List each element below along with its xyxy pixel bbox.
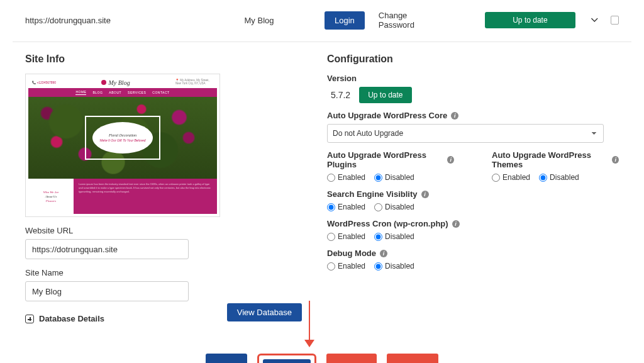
database-details-toggle[interactable]: Database Details [39,314,104,323]
annotation-arrow [303,301,316,349]
themes-disabled-radio[interactable]: Disabled [539,173,579,182]
cron-disabled-radio[interactable]: Disabled [374,232,414,241]
info-icon[interactable]: i [421,191,429,198]
thumb-phone-icon: 📞 +1234567890 [32,81,56,84]
thumb-nav-item: ABOUT [109,91,121,94]
configuration-heading: Configuration [327,53,619,65]
site-name-label: Site Name [25,268,302,277]
site-info-heading: Site Info [25,53,302,65]
thumb-logo: My Blog [101,79,130,86]
debug-disabled-radio[interactable]: Disabled [374,262,414,271]
wp-cron-label: WordPress Cron (wp-cron.php) [327,219,448,228]
configuration-panel: Configuration Version 5.7.2 Up to date A… [327,53,619,323]
hero-title: Floral Decoration [109,133,136,138]
cron-enabled-radio[interactable]: Enabled [327,232,365,241]
site-thumbnail: 📞 +1234567890 My Blog 📍 My Address, My S… [25,74,220,217]
thumb-link: Who We Are [43,191,59,194]
thumb-hero: Floral Decoration Make It Our Gift To Yo… [28,97,217,179]
plugins-enabled-radio[interactable]: Enabled [327,173,365,182]
thumb-link: Flowers [46,199,56,203]
thumb-nav-item: HOME [75,90,86,95]
themes-enabled-radio[interactable]: Enabled [492,173,530,182]
info-icon[interactable]: i [452,220,460,228]
action-button-row: Clone Staging Remove Uninstall [13,335,631,363]
staging-highlight: Staging [257,354,316,363]
clone-button[interactable]: Clone [206,354,247,363]
debug-enabled-radio[interactable]: Enabled [327,262,365,271]
header-site-url: https://dotrungquan.site [25,16,201,25]
info-icon[interactable]: i [447,156,454,164]
login-button[interactable]: Login [325,11,365,30]
uninstall-button[interactable]: Uninstall [387,354,438,363]
plus-icon[interactable] [25,315,34,323]
select-checkbox[interactable] [611,16,619,25]
auto-upgrade-core-label: Auto Upgrade WordPress Core [327,111,447,120]
thumb-nav-item: SERVICES [128,91,146,94]
thumb-link: About Us [45,195,57,198]
version-label: Version [327,74,619,83]
thumb-footer-text: Lorem ipsum has been the industry standa… [74,179,217,214]
remove-button[interactable]: Remove [326,354,377,363]
auto-upgrade-themes-label: Auto Upgrade WordPress Themes [492,150,608,169]
version-value: 5.7.2 [327,90,350,100]
site-name-input[interactable] [25,281,189,301]
thumb-nav-item: BLOG [92,91,103,94]
status-badge: Up to date [485,12,575,28]
plugins-disabled-radio[interactable]: Disabled [374,173,414,182]
auto-upgrade-core-select[interactable]: Do not Auto Upgrade [327,124,604,143]
header-site-title: My Blog [209,16,309,25]
website-url-label: Website URL [25,226,302,235]
info-icon[interactable]: i [380,250,387,257]
flower-icon [101,80,106,85]
search-visibility-label: Search Engine Visiblity [327,189,418,199]
search-enabled-radio[interactable]: Enabled [327,203,365,211]
info-icon[interactable]: i [451,112,458,120]
auto-upgrade-plugins-label: Auto Upgrade WordPress Plugins [327,150,443,169]
thumb-nav: HOME BLOG ABOUT SERVICES CONTACT [28,88,217,97]
hero-subtitle: Make It Our Gift To Your Beloved [99,138,145,143]
thumb-footer: Who We Are About Us Flowers Lorem ipsum … [28,179,217,214]
header-bar: https://dotrungquan.site My Blog Login C… [13,0,631,42]
staging-button[interactable]: Staging [263,359,311,363]
debug-mode-label: Debug Mode [327,249,376,258]
change-password-link[interactable]: Change Password [372,6,445,34]
thumb-logo-text: My Blog [108,79,130,86]
view-database-button[interactable]: View Database [227,303,302,321]
chevron-down-icon[interactable] [591,16,599,25]
version-status-button[interactable]: Up to date [359,87,411,103]
site-info-panel: Site Info 📞 +1234567890 My Blog 📍 My Add… [25,53,302,323]
thumb-nav-item: CONTACT [152,91,169,94]
search-disabled-radio[interactable]: Disabled [374,203,414,211]
thumb-address: 📍 My Address, My Street, New York City, … [175,79,213,86]
info-icon[interactable]: i [612,156,619,164]
website-url-input[interactable] [25,239,189,259]
